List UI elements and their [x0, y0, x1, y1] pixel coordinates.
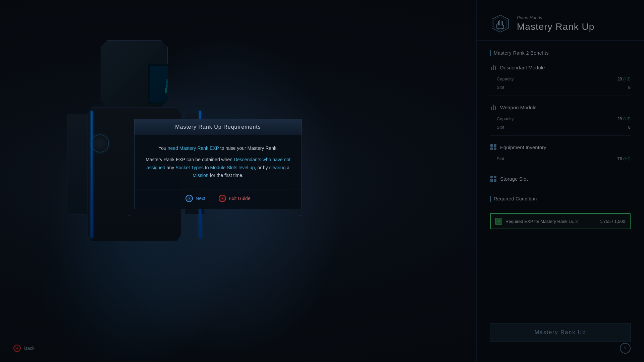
exit-button-label: Exit Guide — [229, 196, 251, 201]
modal-highlight-6: Mission — [193, 173, 208, 178]
modal-highlight-4: Module Slots level up — [210, 165, 255, 170]
modal-exit-button[interactable]: ● Exit Guide — [219, 195, 251, 202]
modal-highlight-1: need Mastery Rank EXP — [168, 145, 219, 151]
modal-header: Mastery Rank Up Requirements — [135, 119, 302, 135]
next-button-icon: × — [185, 195, 193, 202]
modal-footer: × Next ● Exit Guide — [135, 189, 302, 209]
modal-body: You need Mastery Rank EXP to raise your … — [135, 135, 302, 189]
modal-title: Mastery Rank Up Requirements — [141, 124, 295, 130]
modal-text-line2: Mastery Rank EXP can be obtained when De… — [145, 156, 291, 180]
modal-highlight-3: Socket Types — [175, 165, 204, 170]
modal-overlay: Mastery Rank Up Requirements You need Ma… — [0, 0, 644, 362]
modal: Mastery Rank Up Requirements You need Ma… — [134, 119, 302, 209]
modal-next-button[interactable]: × Next — [185, 195, 205, 202]
exit-button-icon: ● — [219, 195, 226, 202]
modal-highlight-5: clearing — [269, 165, 285, 170]
next-button-label: Next — [196, 196, 205, 201]
modal-text-line1: You need Mastery Rank EXP to raise your … — [145, 144, 291, 153]
